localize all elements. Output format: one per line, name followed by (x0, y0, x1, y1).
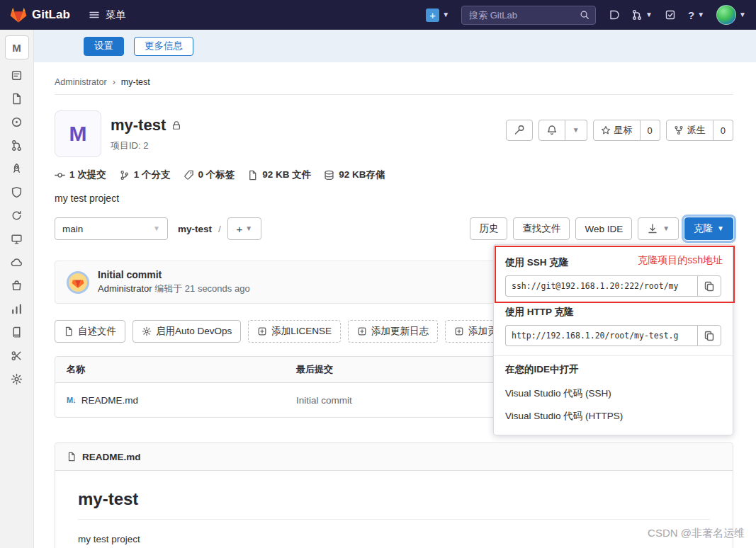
download-dropdown[interactable]: ▼ (638, 217, 679, 240)
monitor-icon[interactable] (11, 233, 23, 245)
auto-devops-label: 启用Auto DevOps (156, 325, 232, 338)
tanuki-icon (10, 6, 27, 23)
more-info-button[interactable]: 更多信息 (134, 37, 193, 56)
auto-devops-button[interactable]: 启用Auto DevOps (132, 320, 241, 343)
readme-heading: my-test (78, 489, 710, 520)
merge-requests-dropdown[interactable]: ▼ (631, 9, 653, 21)
fork-button[interactable]: 派生 (666, 120, 713, 141)
find-file-button[interactable]: 查找文件 (513, 217, 570, 240)
project-information-icon[interactable] (11, 69, 23, 81)
clone-dropdown-button[interactable]: 克隆 ▼ (684, 217, 733, 240)
star-count[interactable]: 0 (641, 120, 660, 141)
stat-commits-label: 1 次提交 (69, 169, 106, 181)
readme-button-label: 自述文件 (78, 325, 116, 338)
stat-tags[interactable]: 0 个标签 (184, 169, 235, 181)
notifications-dropdown[interactable]: ▼ (565, 120, 587, 141)
todos-icon[interactable] (665, 9, 676, 21)
add-changelog-button[interactable]: 添加更新日志 (348, 320, 438, 343)
add-license-button[interactable]: 添加LICENSE (248, 320, 341, 343)
breadcrumb-separator: › (113, 77, 115, 87)
breadcrumb-divider (55, 94, 733, 95)
user-avatar (716, 5, 736, 25)
chevron-down-icon: ▼ (662, 225, 670, 232)
help-dropdown[interactable]: ? ▼ (688, 9, 704, 21)
breadcrumb-project[interactable]: my-test (121, 77, 150, 87)
notifications-button[interactable] (538, 120, 565, 141)
hamburger-icon (89, 9, 100, 21)
deployments-icon[interactable] (11, 210, 23, 222)
project-action-strip: 设置 更多信息 (34, 30, 756, 62)
search-input[interactable] (468, 9, 575, 21)
packages-registries-icon[interactable] (11, 280, 23, 292)
clone-label: 克隆 (694, 222, 713, 235)
sidebar-project-avatar[interactable]: M (5, 35, 29, 59)
fork-label: 派生 (687, 124, 706, 137)
copy-icon (704, 330, 715, 341)
history-button[interactable]: 历史 (470, 217, 507, 240)
vscode-https-option[interactable]: Visual Studio 代码 (HTTPS) (505, 405, 721, 428)
merge-requests-icon[interactable] (11, 139, 23, 152)
commit-title-link[interactable]: Initial commit (98, 269, 250, 280)
ide-title: 在您的IDE中打开 (505, 363, 721, 376)
stat-tags-label: 0 个标签 (198, 169, 235, 181)
http-clone-title: 使用 HTTP 克隆 (505, 306, 721, 319)
ci-cd-icon[interactable] (11, 163, 23, 175)
issues-icon[interactable] (11, 116, 23, 128)
readme-button[interactable]: 自述文件 (55, 320, 125, 343)
issues-icon[interactable] (608, 9, 619, 21)
settings-icon[interactable] (11, 373, 23, 385)
stat-commits[interactable]: 1 次提交 (55, 169, 106, 181)
file-browser-toolbar: main ▼ my-test / + ▼ 历史 查找文件 Web IDE ▼ 克… (55, 217, 733, 240)
readme-text: my test project (78, 534, 710, 544)
snippets-icon[interactable] (11, 350, 23, 362)
add-file-dropdown[interactable]: + ▼ (227, 217, 261, 240)
fork-icon (674, 125, 684, 135)
file-icon (64, 326, 74, 336)
star-control: 星标 0 (593, 120, 660, 141)
plus-square-icon (357, 326, 367, 336)
left-sidebar: M (0, 30, 34, 548)
ssh-url-input[interactable] (505, 275, 697, 297)
wiki-icon[interactable] (11, 326, 23, 338)
branch-selector[interactable]: main ▼ (55, 217, 168, 240)
fork-count[interactable]: 0 (713, 120, 733, 141)
readme-filename: README.md (82, 452, 141, 462)
bell-icon (546, 125, 558, 136)
stat-branches[interactable]: 1 个分支 (119, 169, 171, 181)
menu-label: 菜单 (106, 8, 126, 22)
breadcrumb-owner[interactable]: Administrator (55, 77, 107, 87)
repository-icon[interactable] (11, 93, 23, 105)
star-button[interactable]: 星标 (593, 120, 641, 141)
copy-http-button[interactable] (697, 325, 721, 346)
dropdown-divider (494, 355, 733, 356)
path-project-link[interactable]: my-test (178, 224, 212, 234)
tanuki-icon (72, 276, 84, 289)
vscode-ssh-option[interactable]: Visual Studio 代码 (SSH) (505, 382, 721, 405)
stat-storage-label: 92 KB存储 (339, 169, 385, 181)
new-dropdown[interactable]: + ▼ (426, 8, 449, 22)
chevron-down-icon: ▼ (442, 11, 449, 18)
user-menu[interactable]: ▼ (716, 5, 746, 25)
settings-button[interactable]: 设置 (84, 37, 124, 56)
copy-ssh-button[interactable] (697, 275, 721, 297)
file-name-link[interactable]: README.md (81, 395, 138, 406)
wrench-button[interactable] (506, 120, 533, 141)
readme-header: README.md (55, 443, 733, 471)
menu-button[interactable]: 菜单 (89, 8, 126, 22)
commit-meta-text: 编辑于 21 seconds ago (154, 283, 249, 294)
analytics-icon[interactable] (11, 303, 23, 315)
http-url-input[interactable] (505, 325, 697, 346)
gitlab-logo[interactable]: GitLab (10, 6, 70, 23)
stat-storage[interactable]: 92 KB存储 (324, 169, 385, 181)
web-ide-button[interactable]: Web IDE (575, 217, 632, 240)
lock-icon (171, 120, 181, 130)
stat-files[interactable]: 92 KB 文件 (247, 169, 311, 181)
breadcrumb: Administrator › my-test (55, 77, 150, 87)
fork-control: 派生 0 (666, 120, 733, 141)
stat-files-label: 92 KB 文件 (262, 169, 311, 181)
stat-branches-label: 1 个分支 (134, 169, 171, 181)
security-compliance-icon[interactable] (11, 186, 23, 198)
commit-author-link[interactable]: Administrator (98, 283, 152, 294)
merge-request-icon (631, 9, 643, 21)
infrastructure-icon[interactable] (11, 256, 23, 268)
